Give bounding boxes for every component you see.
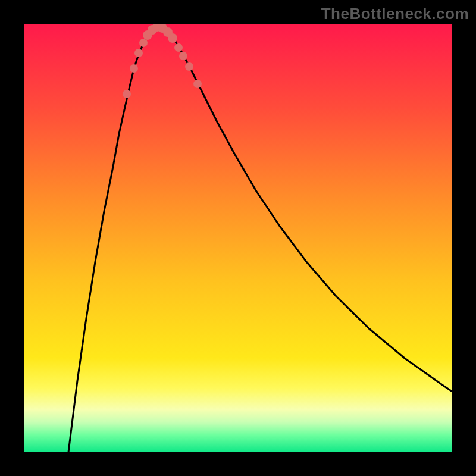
marker-dot	[130, 64, 138, 73]
plot-area	[24, 24, 452, 452]
marker-dot	[134, 49, 143, 57]
marker-dot	[174, 43, 183, 52]
marker-dot	[193, 80, 202, 88]
marker-dot	[123, 90, 131, 98]
marker-dot	[179, 52, 187, 60]
watermark-text: TheBottleneck.com	[321, 5, 469, 23]
marker-dot	[139, 39, 148, 47]
marker-dot	[168, 33, 177, 43]
marker-dot	[185, 62, 193, 71]
gradient-background	[24, 24, 452, 452]
chart-frame: TheBottleneck.com	[0, 0, 476, 476]
chart-svg	[24, 24, 452, 452]
